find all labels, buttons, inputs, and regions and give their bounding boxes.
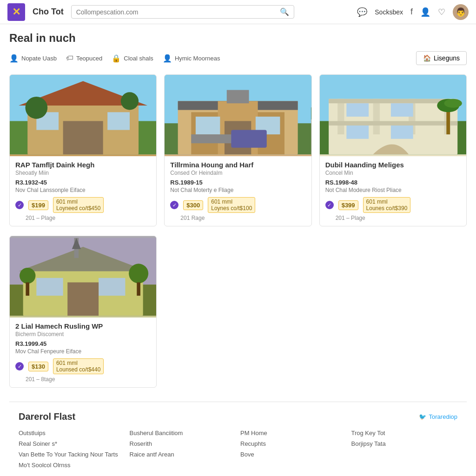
property-desc-3: Not Chal Modeure Riost Pliace bbox=[325, 187, 461, 193]
svg-rect-37 bbox=[391, 126, 413, 139]
svg-rect-36 bbox=[346, 126, 369, 139]
property-desc-2: Not Chal Moterty e Fliage bbox=[170, 187, 305, 193]
footer-link-trogkey[interactable]: Trog Key Tot bbox=[351, 430, 458, 436]
user-icon[interactable]: 👤 bbox=[420, 7, 430, 17]
footer-link-outstluips[interactable]: Outstluips bbox=[19, 430, 125, 436]
property-pricing-3: ✓ $399 601 mml Lounes co/t$390 bbox=[325, 197, 461, 213]
footer-link-borjipsy[interactable]: Borjipsy Tata bbox=[351, 440, 458, 447]
svg-rect-30 bbox=[329, 121, 457, 126]
svg-rect-6 bbox=[107, 112, 130, 130]
footer-link-bove[interactable]: Bove bbox=[240, 451, 347, 458]
svg-rect-4 bbox=[63, 121, 103, 154]
property-title-1: RAP Tamfljt Daink Hegh bbox=[15, 161, 151, 169]
price-loan-4: 601 mml Lounsed co/t$440 bbox=[53, 358, 104, 374]
avatar[interactable]: 👨 bbox=[453, 4, 469, 20]
property-code-2: RS.1989-15 bbox=[170, 179, 305, 186]
filter-person-icon: 👤 bbox=[163, 54, 172, 63]
footer-title: Darerol Flast bbox=[19, 411, 75, 422]
socksbex-label[interactable]: Socksbex bbox=[375, 8, 403, 16]
property-image-2 bbox=[165, 75, 311, 156]
footer-columns: Outstluips Real Soiner s* Van Bette To Y… bbox=[19, 430, 457, 469]
logo-icon: ✕ bbox=[12, 6, 20, 18]
price-loan-2: 601 mml Loynes co/t$100 bbox=[208, 197, 255, 213]
heart-icon[interactable]: ♡ bbox=[438, 7, 445, 17]
property-subtitle-2: Consed Or Heindalm bbox=[170, 170, 305, 176]
footer-link-realsoiner[interactable]: Real Soiner s* bbox=[19, 440, 125, 447]
property-grid-bottom: 2 Lial Hamech Rusling WP Bicherm Discome… bbox=[9, 236, 467, 388]
list-button-label: Liseguns bbox=[434, 54, 460, 62]
price-main-4: $130 bbox=[28, 362, 48, 371]
property-card-3[interactable]: Dubil Haanding Meliges Concel Min RS.199… bbox=[319, 74, 467, 226]
search-input[interactable] bbox=[76, 8, 277, 16]
svg-point-48 bbox=[20, 268, 35, 284]
property-body-2: Tillrmina Houng and Harf Consed Or Heind… bbox=[165, 156, 311, 226]
svg-point-47 bbox=[129, 264, 148, 283]
footer-link-roserith[interactable]: Roserith bbox=[130, 440, 236, 447]
price-main-1: $199 bbox=[28, 200, 48, 210]
property-subtitle-3: Concel Min bbox=[325, 170, 461, 176]
footer: Darerol Flast 🐦 Torarediop Outstluips Re… bbox=[9, 402, 467, 476]
svg-point-7 bbox=[121, 92, 139, 110]
svg-rect-17 bbox=[196, 117, 220, 134]
property-image-1 bbox=[10, 75, 156, 156]
property-pricing-1: ✓ $199 601 mml Loyneed co/t$450 bbox=[15, 197, 151, 213]
svg-rect-19 bbox=[227, 90, 249, 104]
logo[interactable]: ✕ bbox=[7, 3, 25, 21]
filter-hymic[interactable]: 👤 Hymic Moorneas bbox=[163, 54, 220, 63]
svg-rect-26 bbox=[373, 99, 379, 134]
footer-link-recuphts[interactable]: Recuphts bbox=[240, 440, 347, 447]
filter-nopate[interactable]: 👤 Nopate Uasb bbox=[9, 54, 57, 63]
list-button[interactable]: 🏠 Liseguns bbox=[416, 51, 467, 65]
property-code-4: R3.1999.45 bbox=[15, 340, 151, 347]
property-image-3 bbox=[320, 75, 466, 156]
footer-col-3: PM Home Recuphts Bove bbox=[240, 430, 347, 469]
check-icon-2: ✓ bbox=[170, 201, 178, 209]
property-meta-2: 201 Rage bbox=[180, 215, 305, 221]
footer-link-raice[interactable]: Raice antf Arean bbox=[130, 451, 236, 458]
list-icon: 🏠 bbox=[423, 54, 431, 62]
property-meta-1: 201 – Plage bbox=[26, 215, 151, 221]
filter-nopate-label: Nopate Uasb bbox=[21, 55, 57, 62]
search-icon[interactable]: 🔍 bbox=[280, 7, 289, 16]
footer-social[interactable]: 🐦 Torarediop bbox=[419, 413, 457, 420]
svg-rect-20 bbox=[192, 134, 236, 143]
filter-bar: 👤 Nopate Uasb 🏷 Teopuced 🔒 Cloal shals 👤… bbox=[9, 51, 467, 65]
footer-link-pmhome[interactable]: PM Home bbox=[240, 430, 347, 436]
svg-rect-50 bbox=[26, 282, 29, 296]
property-image-4 bbox=[10, 236, 156, 317]
footer-link-vanbette[interactable]: Van Bette To Your Tacking Nour Tarts bbox=[19, 451, 125, 458]
facebook-icon[interactable]: f bbox=[410, 7, 413, 17]
footer-social-label: Torarediop bbox=[429, 413, 457, 420]
svg-rect-35 bbox=[391, 103, 413, 117]
property-meta-4: 201 – 8tage bbox=[26, 376, 151, 383]
footer-link-moit[interactable]: Mo't Soolcol Olrnss bbox=[19, 462, 125, 469]
search-bar: 🔍 bbox=[71, 5, 294, 19]
property-card-1[interactable]: RAP Tamfljt Daink Hegh Sheoatly Miin R3.… bbox=[9, 74, 157, 226]
filter-cloal-label: Cloal shals bbox=[124, 55, 153, 62]
filter-cloal[interactable]: 🔒 Cloal shals bbox=[112, 54, 153, 63]
svg-point-33 bbox=[444, 99, 462, 108]
price-loan-1: 601 mml Loyneed co/t$450 bbox=[53, 197, 104, 213]
footer-header: Darerol Flast 🐦 Torarediop bbox=[19, 411, 457, 422]
property-grid-top: RAP Tamfljt Daink Hegh Sheoatly Miin R3.… bbox=[9, 74, 467, 226]
filter-bar-right: 🏠 Liseguns bbox=[416, 51, 467, 65]
svg-rect-46 bbox=[67, 282, 99, 316]
page-title: Real in nuch bbox=[9, 32, 467, 45]
main-content: Real in nuch 👤 Nopate Uasb 🏷 Teopuced 🔒 … bbox=[0, 24, 476, 476]
svg-rect-49 bbox=[137, 282, 140, 296]
filter-user-icon: 👤 bbox=[9, 54, 19, 63]
filter-tag-icon: 🏷 bbox=[66, 54, 73, 62]
svg-rect-21 bbox=[231, 130, 267, 148]
messages-icon[interactable]: 💬 bbox=[357, 7, 367, 17]
header-right: 💬 Socksbex f 👤 ♡ 👨 bbox=[357, 4, 469, 20]
property-title-2: Tillrmina Houng and Harf bbox=[170, 161, 305, 169]
footer-link-busherul[interactable]: Busherul Banciitiom bbox=[130, 430, 236, 436]
property-card-2[interactable]: Tillrmina Houng and Harf Consed Or Heind… bbox=[164, 74, 311, 226]
property-card-4[interactable]: 2 Lial Hamech Rusling WP Bicherm Discome… bbox=[9, 236, 157, 388]
property-code-1: R3.1932-45 bbox=[15, 179, 151, 186]
filter-teopuced[interactable]: 🏷 Teopuced bbox=[66, 54, 102, 62]
property-subtitle-4: Bicherm Discoment bbox=[15, 331, 151, 337]
filter-hymic-label: Hymic Moorneas bbox=[175, 55, 220, 62]
site-name: Cho Tot bbox=[33, 7, 64, 17]
svg-rect-45 bbox=[99, 278, 125, 296]
